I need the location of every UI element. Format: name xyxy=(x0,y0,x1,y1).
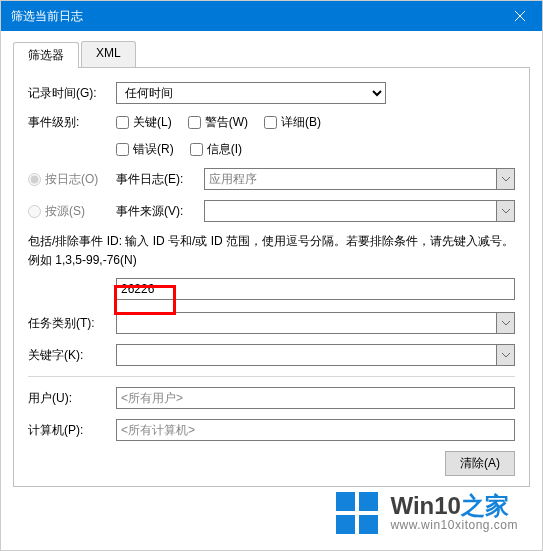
task-category-combo xyxy=(116,312,497,334)
separator xyxy=(28,376,515,377)
filter-panel: 记录时间(G): 任何时间 事件级别: 关键(L) 警告(W) 详细(B) 错误… xyxy=(13,68,530,487)
event-source-label: 事件来源(V): xyxy=(116,203,204,220)
chevron-down-icon xyxy=(502,319,510,327)
close-button[interactable] xyxy=(497,1,542,31)
tab-filter[interactable]: 筛选器 xyxy=(13,42,79,68)
event-log-combo xyxy=(204,168,497,190)
check-error[interactable]: 错误(R) xyxy=(116,141,174,158)
check-verbose[interactable]: 详细(B) xyxy=(264,114,321,131)
radio-by-log[interactable]: 按日志(O) xyxy=(28,171,116,188)
clear-button[interactable]: 清除(A) xyxy=(445,451,515,476)
event-log-dropdown[interactable] xyxy=(497,168,515,190)
logged-select[interactable]: 任何时间 xyxy=(116,82,386,104)
window-title: 筛选当前日志 xyxy=(11,8,83,25)
event-id-help: 包括/排除事件 ID: 输入 ID 号和/或 ID 范围，使用逗号分隔。若要排除… xyxy=(28,232,515,270)
chevron-down-icon xyxy=(502,207,510,215)
task-category-label: 任务类别(T): xyxy=(28,315,116,332)
check-warning[interactable]: 警告(W) xyxy=(188,114,248,131)
tab-strip: 筛选器 XML xyxy=(13,41,530,68)
keywords-label: 关键字(K): xyxy=(28,347,116,364)
computer-input[interactable] xyxy=(116,419,515,441)
task-category-dropdown[interactable] xyxy=(497,312,515,334)
radio-by-source[interactable]: 按源(S) xyxy=(28,203,116,220)
keywords-combo[interactable] xyxy=(116,344,497,366)
event-source-combo[interactable] xyxy=(204,200,497,222)
computer-label: 计算机(P): xyxy=(28,422,116,439)
chevron-down-icon xyxy=(502,351,510,359)
titlebar: 筛选当前日志 xyxy=(1,1,542,31)
event-source-dropdown[interactable] xyxy=(497,200,515,222)
user-label: 用户(U): xyxy=(28,390,116,407)
check-critical[interactable]: 关键(L) xyxy=(116,114,172,131)
level-label: 事件级别: xyxy=(28,114,116,131)
chevron-down-icon xyxy=(502,175,510,183)
user-input[interactable] xyxy=(116,387,515,409)
logged-label: 记录时间(G): xyxy=(28,85,116,102)
tab-xml[interactable]: XML xyxy=(81,41,136,67)
event-id-input[interactable] xyxy=(116,278,515,300)
event-log-label: 事件日志(E): xyxy=(116,171,204,188)
keywords-dropdown[interactable] xyxy=(497,344,515,366)
close-icon xyxy=(515,11,525,21)
check-info[interactable]: 信息(I) xyxy=(190,141,242,158)
